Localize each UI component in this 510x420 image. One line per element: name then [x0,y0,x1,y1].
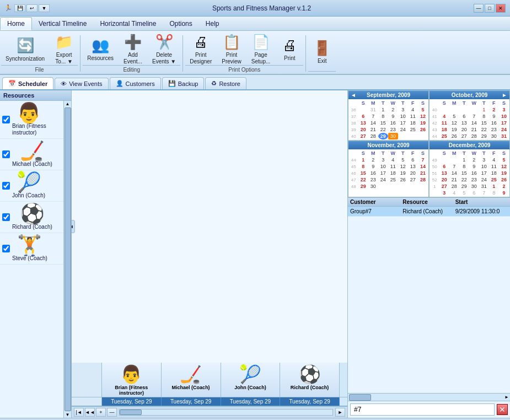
quick-access-undo[interactable]: ↩ [26,4,37,12]
delete-events-icon: ✂️ [155,34,173,51]
nav-first[interactable]: |◄ [74,408,84,417]
print-designer-button[interactable]: 🖨 PrintDesigner [185,34,216,64]
cal-oct-grid: SMTWTFS 40123 4145678910 421112131415161… [430,99,509,140]
nav-prev[interactable]: ◄◄ [85,408,95,417]
scroll-up-arrow[interactable]: ▲ [66,101,70,106]
resources-icon: 👥 [92,37,109,54]
delete-events-label: DeleteEvents ▼ [152,52,176,65]
cal-november: ◄ November, 2009 ► SMTWTFS 441234567 458… [348,141,429,197]
scroll-down-arrow[interactable]: ▼ [66,412,70,417]
cal-dec-grid: SMTWTFS 4912345 506789101112 51131415161… [430,149,509,197]
resource-checkbox-steve[interactable] [2,245,10,252]
print-designer-icon: 🖨 [194,34,208,51]
menu-horizontal-timeline[interactable]: Horizontal Timeline [93,18,163,30]
toolbar-sep-1 [80,35,80,72]
right-panel: ◄ September, 2009 ► SMTWTFS 363112345 37… [347,90,510,418]
resource-item-brian[interactable]: 👨 Brian (Fitnessinstructor) [0,101,63,139]
resource-item-john[interactable]: 🎾 John (Coach) [0,170,63,202]
add-event-icon: ➕ [124,34,142,51]
cal-nov-header: ◄ November, 2009 ► [348,141,428,149]
resource-checkbox-michael[interactable] [2,150,10,158]
col-avatar-michael: 🏒 [180,364,202,385]
col-resource: Resource [402,199,455,205]
menu-options[interactable]: Options [163,18,198,30]
tab-restore-icon: ♻ [211,80,217,87]
search-input[interactable] [350,403,495,416]
nav-next[interactable]: ► [335,408,345,417]
tab-backup-label: Backup [178,80,198,87]
menu-help[interactable]: Help [199,18,226,30]
resource-avatar-richard: ⚽ [20,204,45,224]
resource-checkbox-richard[interactable] [2,213,10,221]
cal-sep-title: September, 2009 [367,92,410,98]
tab-scheduler[interactable]: 📅 Scheduler [2,77,53,89]
col-header-michael: 🏒 Michael (Coach) [162,363,221,397]
horiz-scrollbar[interactable] [119,409,333,416]
quick-access-save[interactable]: 💾 [14,4,25,12]
date-john: Tuesday, Sep 29 [221,397,281,406]
export-button[interactable]: 📁 ExportTo... ▼ [50,34,78,64]
quick-access-dropdown[interactable]: ▼ [39,4,50,12]
resources-scrollbar[interactable]: ▲ ▼ [63,101,71,418]
nav-add[interactable]: + [96,408,106,417]
minimize-button[interactable]: — [474,4,484,13]
print-preview-icon: 📋 [223,34,240,51]
cal-prev-btn[interactable]: ◄ [351,92,356,98]
cal-nov-title: November, 2009 [367,142,409,148]
event-list: Customer Resource Start Group#7 Richard … [348,198,510,393]
cal-nov-grid: SMTWTFS 441234567 45891011121314 4615161… [348,149,428,190]
hscroll-thumb[interactable] [349,394,371,401]
cal-sep-header: ◄ September, 2009 ► [348,91,428,99]
resource-item-michael[interactable]: 🏒 Michael (Coach) [0,139,63,170]
col-start: Start [455,199,508,205]
page-setup-button[interactable]: 📄 PageSetup... [247,34,275,64]
close-button[interactable]: ✕ [496,4,506,13]
horiz-scroll-thumb[interactable] [120,410,142,415]
page-setup-icon: 📄 [252,34,270,51]
scroll-thumb[interactable] [65,107,71,411]
exit-button[interactable]: 🚪 Exit [308,37,336,68]
add-event-button[interactable]: ➕ AddEvent... [119,34,147,64]
resource-name-steve: Steve (Coach) [12,255,47,262]
print-preview-button[interactable]: 📋 PrintPreview [217,34,246,64]
toolbar-print-label: Print Options [185,65,303,74]
tab-customers-icon: 👤 [116,80,124,87]
cal-next-btn[interactable]: ► [502,92,507,98]
event-list-row-0[interactable]: Group#7 Richard (Coach) 9/29/2009 11:30:… [348,207,510,217]
toolbar-file-label: File [1,65,78,74]
resource-item-richard[interactable]: ⚽ Richard (Coach) [0,202,63,233]
resource-checkbox-john[interactable] [2,182,10,190]
print-button[interactable]: 🖨 Print [276,34,303,64]
collapse-panel-button[interactable]: ◄ [72,220,75,233]
hscroll-right[interactable]: ► [503,395,510,400]
col-avatar-richard: ⚽ [299,364,321,385]
tab-backup[interactable]: 💾 Backup [162,77,205,89]
resources-button[interactable]: 👥 Resources [83,34,118,64]
menu-home[interactable]: Home [0,17,32,30]
resource-avatar-brian: 👨 [17,103,41,123]
menu-vertical-timeline[interactable]: Vertical Timeline [32,18,93,30]
resources-panel: Resources 👨 Brian (Fitnessinstructor) 🏒 [0,90,72,418]
event-customer: Group#7 [350,208,402,214]
tab-customers[interactable]: 👤 Customers [110,77,161,89]
toolbar-exit-label [308,71,336,74]
tab-restore[interactable]: ♻ Restore [205,77,246,89]
search-clear-button[interactable]: ✕ [497,404,508,415]
delete-events-button[interactable]: ✂️ DeleteEvents ▼ [148,34,180,64]
col-customer: Customer [350,199,402,205]
resource-checkbox-brian[interactable] [2,116,10,123]
print-icon: 🖨 [282,37,297,54]
col-avatar-brian: 👨 [120,364,142,385]
tab-view-events[interactable]: 👁 View Events [55,78,108,89]
sync-button[interactable]: 🔄 Synchronization [1,34,49,64]
print-preview-label: PrintPreview [222,52,241,65]
event-list-hscroll[interactable]: ► [348,393,510,401]
col-header-brian: 👨 Brian (Fitness instructor) [102,363,162,397]
resource-name-john: John (Coach) [12,192,45,199]
resource-item-steve[interactable]: 🏋 Steve (Coach) [0,233,63,265]
event-start: 9/29/2009 11:30:0 [455,208,508,214]
main-content: Resources 👨 Brian (Fitnessinstructor) 🏒 [0,90,510,418]
nav-remove[interactable]: — [107,408,117,417]
cal-sep-grid: SMTWTFS 363112345 376789101112 381314151… [348,99,428,140]
maximize-button[interactable]: □ [485,4,495,13]
